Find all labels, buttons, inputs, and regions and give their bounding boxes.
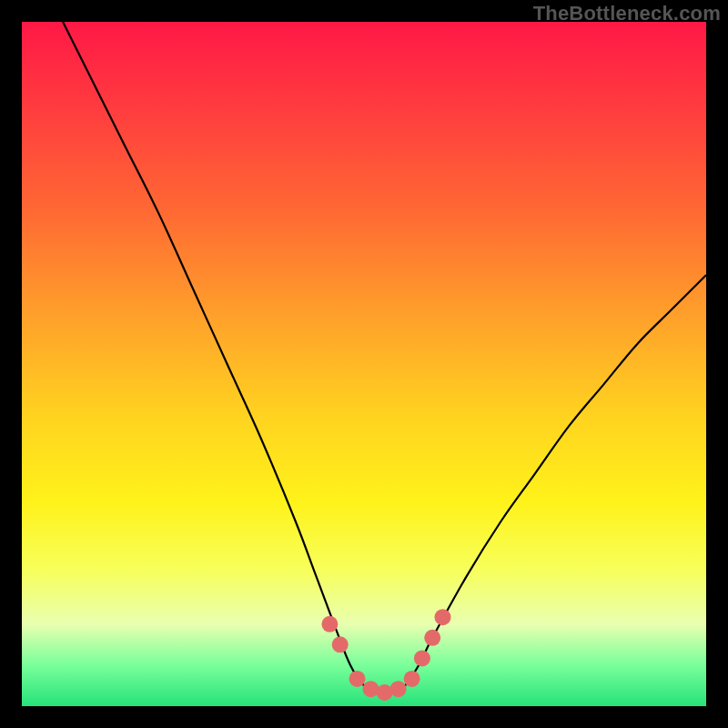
chart-frame: TheBottleneck.com bbox=[0, 0, 728, 728]
highlight-dot bbox=[332, 636, 349, 652]
highlight-dot bbox=[424, 630, 440, 646]
highlight-dot bbox=[377, 684, 393, 701]
highlight-dot bbox=[414, 650, 430, 666]
marker-group bbox=[321, 609, 450, 701]
bottleneck-curve bbox=[63, 22, 706, 693]
highlight-dot bbox=[435, 609, 451, 625]
highlight-dot bbox=[404, 671, 420, 687]
plot-area bbox=[22, 22, 706, 706]
highlight-dot bbox=[390, 681, 407, 697]
curve-svg bbox=[22, 22, 706, 706]
highlight-dot bbox=[321, 616, 338, 632]
highlight-dot bbox=[349, 671, 366, 687]
highlight-dot bbox=[363, 681, 379, 697]
